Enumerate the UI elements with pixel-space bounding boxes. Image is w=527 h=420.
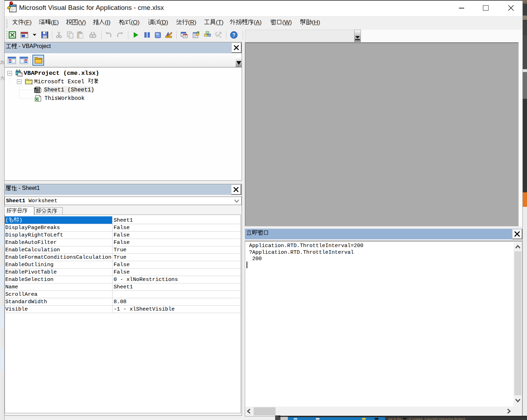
svg-text:?: ? xyxy=(232,32,236,38)
